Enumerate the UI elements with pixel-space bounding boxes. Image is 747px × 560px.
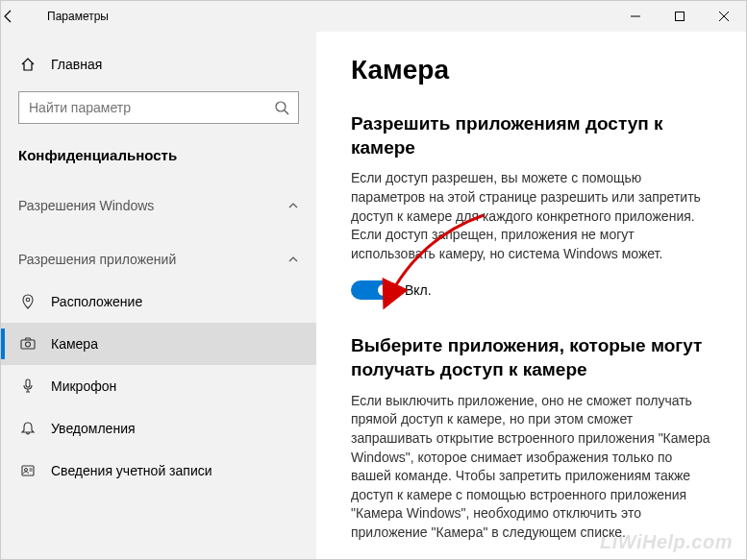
sidebar-item-microphone[interactable]: Микрофон <box>1 365 316 407</box>
settings-window: Параметры Главная <box>0 0 747 560</box>
account-icon <box>18 463 37 478</box>
home-icon <box>18 57 37 72</box>
svg-line-5 <box>285 110 288 114</box>
titlebar: Параметры <box>1 1 746 32</box>
search-field[interactable] <box>18 91 299 124</box>
maximize-button[interactable] <box>658 1 702 32</box>
home-link[interactable]: Главная <box>1 49 316 85</box>
sidebar-item-account-info[interactable]: Сведения учетной записи <box>1 450 316 492</box>
chevron-up-icon <box>287 254 299 265</box>
svg-point-8 <box>26 342 31 347</box>
svg-rect-1 <box>676 12 685 21</box>
section-heading-allow: Разрешить приложениям доступ к камере <box>351 112 711 159</box>
location-icon <box>18 294 37 309</box>
sidebar-item-label: Уведомления <box>51 421 136 436</box>
sidebar-item-label: Расположение <box>51 294 142 309</box>
sidebar: Главная Конфиденциальность Разрешения Wi… <box>1 32 316 559</box>
toggle-knob <box>378 284 389 296</box>
sidebar-item-camera[interactable]: Камера <box>1 323 316 365</box>
camera-access-toggle[interactable] <box>351 280 393 300</box>
sidebar-item-label: Сведения учетной записи <box>51 463 212 478</box>
camera-access-toggle-row: Вкл. <box>351 280 711 300</box>
svg-point-6 <box>26 298 30 302</box>
back-button[interactable] <box>1 9 47 24</box>
group-label: Разрешения приложений <box>18 252 176 267</box>
svg-rect-7 <box>21 340 35 349</box>
section-text-allow: Если доступ разрешен, вы можете с помощь… <box>351 169 711 263</box>
chevron-up-icon <box>287 200 299 211</box>
window-title: Параметры <box>47 10 109 23</box>
watermark: LiWiHelp.com <box>600 531 733 553</box>
current-section-label: Конфиденциальность <box>1 139 316 184</box>
svg-rect-9 <box>26 379 30 387</box>
toggle-label: Вкл. <box>405 282 432 298</box>
group-windows-permissions[interactable]: Разрешения Windows <box>1 184 316 227</box>
sidebar-item-label: Микрофон <box>51 378 116 394</box>
window-controls <box>613 1 746 32</box>
section-heading-choose-apps: Выберите приложения, которые могут получ… <box>351 334 711 381</box>
sidebar-item-notifications[interactable]: Уведомления <box>1 407 316 450</box>
search-icon <box>274 100 289 115</box>
sidebar-item-label: Камера <box>51 336 98 352</box>
minimize-button[interactable] <box>613 1 658 32</box>
svg-point-4 <box>276 102 286 111</box>
bell-icon <box>18 421 37 436</box>
group-label: Разрешения Windows <box>18 198 154 213</box>
window-body: Главная Конфиденциальность Разрешения Wi… <box>1 32 746 559</box>
camera-icon <box>18 336 37 352</box>
svg-point-11 <box>25 469 28 472</box>
sidebar-item-location[interactable]: Расположение <box>1 280 316 323</box>
section-text-choose-apps: Если выключить приложение, оно не сможет… <box>351 392 711 543</box>
microphone-icon <box>18 378 37 394</box>
search-input[interactable] <box>18 91 299 124</box>
page-title: Камера <box>351 55 711 85</box>
content-pane: Камера Разрешить приложениям доступ к ка… <box>316 32 746 559</box>
group-app-permissions[interactable]: Разрешения приложений <box>1 227 316 280</box>
home-label: Главная <box>51 57 102 72</box>
close-button[interactable] <box>702 1 746 32</box>
